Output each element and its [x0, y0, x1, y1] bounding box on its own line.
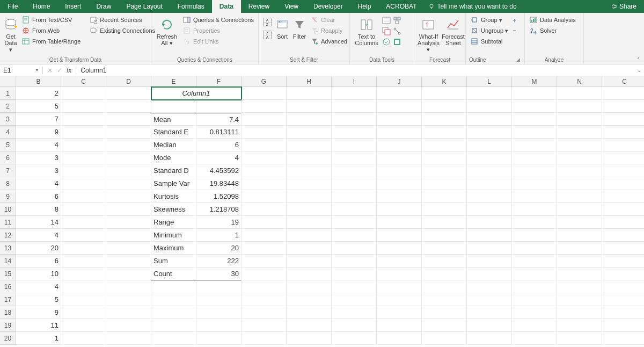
row-header-5[interactable]: 5 [0, 139, 16, 151]
sort-za-button[interactable]: ZA [262, 30, 273, 40]
cell[interactable] [377, 190, 422, 203]
cell[interactable] [377, 100, 422, 113]
cell[interactable] [332, 293, 377, 306]
cell[interactable] [467, 306, 512, 319]
cell[interactable] [106, 126, 151, 139]
cell[interactable] [287, 139, 332, 151]
data-validation-icon[interactable] [382, 38, 391, 46]
cell[interactable]: Range [151, 216, 196, 229]
cell[interactable]: 1 [16, 332, 61, 345]
data-model-icon[interactable] [393, 38, 401, 46]
name-box[interactable]: E1 ▼ [0, 67, 43, 74]
cell[interactable] [287, 151, 332, 164]
cell[interactable]: 4 [16, 229, 61, 242]
what-if-button[interactable]: ? What-If Analysis ▾ [418, 15, 440, 53]
row-header-3[interactable]: 3 [0, 113, 16, 126]
cell[interactable] [602, 332, 644, 345]
cell[interactable] [422, 280, 467, 293]
cell[interactable] [557, 190, 602, 203]
cell[interactable]: Mode [151, 151, 196, 164]
cell[interactable]: Column1 [151, 87, 241, 100]
cell[interactable] [602, 190, 644, 203]
cell[interactable] [287, 280, 332, 293]
cell[interactable] [241, 164, 287, 177]
cell[interactable] [422, 332, 467, 345]
cell[interactable] [467, 332, 512, 345]
cell[interactable]: 20 [196, 242, 241, 255]
cell[interactable] [61, 190, 106, 203]
cell[interactable] [241, 242, 287, 255]
cell[interactable] [106, 139, 151, 151]
cell[interactable] [557, 306, 602, 319]
cell[interactable]: 9 [16, 126, 61, 139]
col-header-K[interactable]: K [422, 76, 467, 87]
cell[interactable]: 9 [16, 306, 61, 319]
row-header-20[interactable]: 20 [0, 332, 16, 345]
cell[interactable] [241, 177, 287, 190]
cell[interactable]: Sample Var [151, 177, 196, 190]
cell[interactable] [241, 216, 287, 229]
cell[interactable] [557, 268, 602, 280]
cell[interactable] [241, 100, 287, 113]
cell[interactable] [602, 100, 644, 113]
cell[interactable] [602, 268, 644, 280]
cell[interactable] [287, 255, 332, 268]
cell[interactable] [287, 306, 332, 319]
row-header-6[interactable]: 6 [0, 151, 16, 164]
cell[interactable] [61, 113, 106, 126]
cell[interactable] [151, 332, 196, 345]
group-rows-button[interactable]: Group ▾ [469, 15, 509, 25]
cell[interactable] [196, 306, 241, 319]
row-header-4[interactable]: 4 [0, 126, 16, 139]
cell[interactable] [287, 100, 332, 113]
cell[interactable] [422, 203, 467, 216]
tab-help[interactable]: Help [350, 0, 379, 13]
cell[interactable] [377, 113, 422, 126]
cell[interactable] [241, 203, 287, 216]
from-web-button[interactable]: From Web [20, 26, 82, 35]
cell[interactable] [377, 242, 422, 255]
cell[interactable] [106, 87, 151, 100]
cell[interactable] [602, 177, 644, 190]
cell[interactable] [467, 242, 512, 255]
row-header-12[interactable]: 12 [0, 229, 16, 242]
cell[interactable] [422, 306, 467, 319]
advanced-button[interactable]: Advanced [309, 37, 348, 46]
cell[interactable] [241, 151, 287, 164]
cell[interactable] [557, 229, 602, 242]
cell[interactable] [422, 229, 467, 242]
cell[interactable] [422, 190, 467, 203]
cell[interactable] [287, 164, 332, 177]
cell[interactable] [196, 100, 241, 113]
cell[interactable] [196, 280, 241, 293]
cell[interactable] [377, 332, 422, 345]
cell[interactable] [602, 255, 644, 268]
tab-formulas[interactable]: Formulas [170, 0, 212, 13]
cell[interactable] [377, 306, 422, 319]
cell[interactable]: Maximum [151, 242, 196, 255]
col-header-E[interactable]: E [151, 76, 196, 87]
cell[interactable] [557, 100, 602, 113]
cell[interactable] [287, 268, 332, 280]
cell[interactable] [602, 164, 644, 177]
cell[interactable] [61, 203, 106, 216]
ungroup-button[interactable]: Ungroup ▾ [469, 26, 509, 35]
cell[interactable]: 222 [196, 255, 241, 268]
col-header-C[interactable]: C [602, 76, 644, 87]
row-header-1[interactable]: 1 [0, 87, 16, 100]
cell[interactable] [377, 87, 422, 100]
cell[interactable] [287, 126, 332, 139]
cell[interactable] [287, 216, 332, 229]
row-header-18[interactable]: 18 [0, 306, 16, 319]
cell[interactable]: 5 [16, 100, 61, 113]
cell[interactable] [512, 126, 557, 139]
tab-insert[interactable]: Insert [57, 0, 89, 13]
cell[interactable] [557, 319, 602, 332]
tab-developer[interactable]: Developer [306, 0, 350, 13]
show-detail-icon[interactable]: ＋ [511, 16, 517, 24]
row-header-10[interactable]: 10 [0, 203, 16, 216]
flash-fill-icon[interactable] [382, 16, 391, 25]
cell[interactable] [151, 293, 196, 306]
cell[interactable] [241, 293, 287, 306]
cells-grid[interactable]: 2Column157Mean7.49Standard E0.8131114Med… [16, 87, 644, 345]
